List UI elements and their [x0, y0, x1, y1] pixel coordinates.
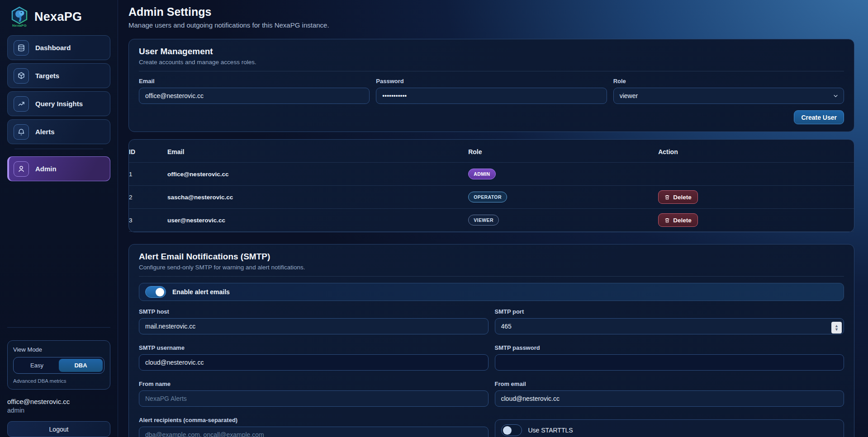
view-mode-panel: View Mode Easy DBA Advanced DBA metrics [7, 340, 110, 390]
smtp-username-group: SMTP username [139, 344, 489, 371]
view-mode-hint: Advanced DBA metrics [13, 378, 104, 384]
starttls-label: Use STARTTLS [528, 427, 573, 434]
sidebar-divider [7, 327, 110, 328]
enable-alert-emails-label: Enable alert emails [172, 288, 230, 296]
logo: NexaPG NexaPG [0, 0, 118, 35]
table-row: 1 office@nesterovic.cc ADMIN [129, 163, 854, 186]
delete-user-button[interactable]: Delete [658, 190, 698, 204]
trash-icon [664, 194, 670, 200]
divider [139, 276, 844, 277]
user-email: office@nesterovic.cc [167, 163, 468, 186]
role-field-group: Role viewer [613, 78, 844, 104]
main-content: Admin Settings Manage users and outgoing… [118, 0, 868, 437]
smtp-host-field[interactable] [139, 318, 489, 334]
smtp-password-field[interactable] [495, 354, 844, 371]
view-mode-option-easy[interactable]: Easy [15, 359, 59, 372]
action-cell-empty [658, 163, 854, 186]
view-mode-label: View Mode [13, 346, 104, 353]
role-label: Role [613, 78, 844, 85]
sidebar-spacer [0, 184, 118, 323]
number-stepper[interactable]: ▲▼ [831, 322, 842, 334]
current-user-role: admin [7, 407, 110, 414]
from-email-field[interactable] [495, 390, 844, 407]
sidebar-item-label: Dashboard [35, 44, 71, 52]
starttls-toggle[interactable] [501, 424, 522, 436]
recipients-group: Alert recipients (comma-separated) [139, 417, 489, 437]
user-id: 2 [129, 186, 167, 209]
sidebar-item-label: Targets [35, 72, 59, 80]
smtp-card: Alert Email Notifications (SMTP) Configu… [128, 244, 854, 437]
database-icon [14, 40, 29, 56]
from-name-field[interactable] [139, 390, 489, 407]
app-root: NexaPG NexaPG Dashboard Targets [0, 0, 868, 437]
smtp-port-group: SMTP port ▲▼ [495, 308, 844, 334]
starttls-row: Use STARTTLS [495, 419, 844, 437]
email-field-group: Email [139, 78, 370, 104]
sidebar-item-dashboard[interactable]: Dashboard [7, 35, 110, 60]
sidebar-item-alerts[interactable]: Alerts [7, 119, 110, 144]
column-header-id: ID [129, 140, 167, 163]
enable-alert-emails-row: Enable alert emails [139, 283, 844, 301]
create-user-form: Email Password Role viewer [139, 78, 844, 104]
table-row: 2 sascha@nesterovic.cc OPERATOR Delete [129, 186, 854, 209]
logout-button[interactable]: Logout [7, 421, 110, 437]
smtp-port-label: SMTP port [495, 308, 844, 315]
smtp-username-field[interactable] [139, 354, 489, 371]
recipients-field[interactable] [139, 427, 489, 437]
user-icon [14, 161, 29, 177]
sidebar-item-label: Alerts [35, 128, 55, 136]
smtp-host-label: SMTP host [139, 308, 489, 315]
bell-icon [14, 124, 29, 140]
recipients-label: Alert recipients (comma-separated) [139, 417, 489, 423]
app-name: NexaPG [34, 10, 82, 24]
password-label: Password [376, 78, 607, 85]
page-subtitle: Manage users and outgoing notifications … [128, 21, 854, 29]
users-table-card: ID Email Role Action 1 office@nesterovic… [128, 139, 854, 232]
from-name-group: From name [139, 381, 489, 407]
view-mode-toggle: Easy DBA [13, 357, 104, 374]
column-header-role: Role [468, 140, 658, 163]
role-select[interactable]: viewer [613, 88, 844, 104]
chevron-down-icon [833, 93, 839, 99]
user-management-card: User Management Create accounts and mana… [128, 39, 854, 132]
user-email: user@nesterovic.cc [167, 209, 468, 232]
column-header-action: Action [658, 140, 854, 163]
smtp-username-label: SMTP username [139, 344, 489, 351]
smtp-port-field[interactable] [495, 318, 844, 334]
role-badge-viewer: VIEWER [468, 215, 499, 226]
table-header-row: ID Email Role Action [129, 140, 854, 163]
smtp-title: Alert Email Notifications (SMTP) [139, 252, 844, 262]
divider [139, 71, 844, 71]
smtp-password-group: SMTP password [495, 344, 844, 371]
sidebar-item-admin[interactable]: Admin [7, 156, 110, 181]
enable-alert-emails-toggle[interactable] [145, 286, 166, 298]
column-header-email: Email [167, 140, 468, 163]
role-badge-operator: OPERATOR [468, 192, 507, 202]
from-email-label: From email [495, 381, 844, 387]
table-row: 3 user@nesterovic.cc VIEWER Delete [129, 209, 854, 232]
password-field[interactable] [376, 88, 607, 104]
email-field[interactable] [139, 88, 370, 104]
sidebar-item-targets[interactable]: Targets [7, 63, 110, 88]
smtp-password-label: SMTP password [495, 344, 844, 351]
nexapg-logo-icon: NexaPG [10, 6, 29, 27]
delete-user-button[interactable]: Delete [658, 213, 698, 227]
user-management-subtitle: Create accounts and manage access roles. [139, 59, 844, 66]
user-id: 3 [129, 209, 167, 232]
smtp-subtitle: Configure send-only SMTP for warning and… [139, 264, 844, 271]
user-email: sascha@nesterovic.cc [167, 186, 468, 209]
cube-icon [14, 68, 29, 84]
create-user-button[interactable]: Create User [794, 110, 844, 124]
from-email-group: From email [495, 381, 844, 407]
view-mode-option-dba[interactable]: DBA [59, 359, 103, 372]
logo-text: NexaPG [10, 23, 29, 28]
sidebar-nav: Dashboard Targets Query Insights [0, 35, 118, 184]
sidebar-item-query-insights[interactable]: Query Insights [7, 91, 110, 116]
role-select-value: viewer [620, 92, 638, 99]
from-name-label: From name [139, 381, 489, 387]
trash-icon [664, 217, 670, 223]
page-title: Admin Settings [128, 5, 854, 19]
form-footer: Create User [139, 110, 844, 124]
email-label: Email [139, 78, 370, 85]
sidebar-item-label: Query Insights [35, 100, 83, 108]
